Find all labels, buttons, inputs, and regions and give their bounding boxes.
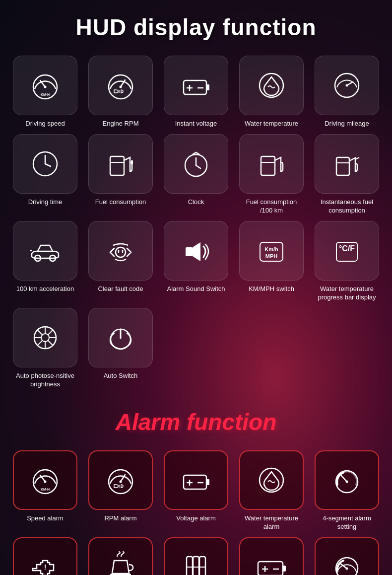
icon-cell-0: KM·HSpeed alarm xyxy=(10,450,80,531)
icon-label: Auto photose-nsitive brightness xyxy=(13,371,77,389)
icon-box-sound xyxy=(164,221,228,281)
icon-label: Speed alarm xyxy=(27,514,64,523)
icon-cell-12: Alarm Sound Switch xyxy=(161,221,231,302)
icon-label: Engine RPM xyxy=(103,119,139,128)
svg-text:°C/F: °C/F xyxy=(339,244,355,253)
icon-cell-7: Shift reminder xyxy=(161,537,231,575)
icon-label: Instant voltage xyxy=(175,119,217,128)
icon-box-clock2 xyxy=(164,134,228,194)
icon-box-power xyxy=(88,308,153,367)
icon-cell-5: !Clear fault code xyxy=(10,537,80,575)
icon-cell-8: Fuel consumption /100 km xyxy=(237,134,306,215)
icon-label: Driving mileage xyxy=(325,119,369,128)
svg-point-60 xyxy=(120,480,122,483)
svg-text:!: ! xyxy=(44,563,47,571)
icon-cell-2: Instant voltage xyxy=(161,56,231,128)
icon-cell-8: Voltage alarm setting xyxy=(237,537,306,575)
svg-rect-62 xyxy=(206,479,209,485)
icon-label: Fuel consumption /100 km xyxy=(239,198,304,215)
svg-line-48 xyxy=(38,330,43,335)
icon-box-gauge-single xyxy=(315,537,379,575)
icon-cell-9: Single segment alarm setting xyxy=(312,537,382,575)
icon-box-shift xyxy=(164,537,228,575)
icon-box-gauge-seg xyxy=(315,450,379,510)
icon-label: 100 km acceleration xyxy=(16,285,74,293)
svg-point-15 xyxy=(346,84,348,87)
svg-point-69 xyxy=(346,480,348,483)
icon-label: Water temperature alarm xyxy=(239,514,304,531)
icon-box-battery xyxy=(164,450,228,510)
icon-box-fuel2 xyxy=(239,134,304,194)
icon-cell-16: Auto Switch xyxy=(86,308,155,389)
svg-line-50 xyxy=(48,330,53,335)
alarm-title: Alarm function xyxy=(0,394,392,445)
icon-cell-4: 4-segment alarm setting xyxy=(312,450,382,531)
icon-cell-4: Driving mileage xyxy=(312,56,382,128)
icon-box-clock-time xyxy=(13,134,77,194)
icon-label: Driving speed xyxy=(25,119,65,128)
svg-point-81 xyxy=(336,558,358,575)
svg-rect-19 xyxy=(110,156,124,175)
icon-box-engine-fault: ! xyxy=(13,537,77,575)
icon-label: Voltage alarm xyxy=(176,514,216,523)
svg-rect-21 xyxy=(131,160,133,164)
icon-cell-11: Clear fault code xyxy=(86,221,155,302)
icon-cell-1: Engine RPM xyxy=(86,56,155,128)
icon-box-temp-bar: °C/F xyxy=(315,221,379,281)
svg-rect-77 xyxy=(283,566,286,572)
svg-rect-27 xyxy=(336,157,349,175)
page-title: HUD display function xyxy=(0,0,392,51)
icon-cell-0: KM·HDriving speed xyxy=(10,56,80,128)
svg-rect-8 xyxy=(206,84,209,90)
icon-cell-3: Water temperature xyxy=(237,56,306,128)
icon-cell-5: Driving time xyxy=(10,134,80,215)
icon-box-battery2 xyxy=(239,537,304,575)
icon-cell-6: Fuel consumption xyxy=(86,134,155,215)
icon-box-coffee xyxy=(88,537,153,575)
svg-point-33 xyxy=(116,247,126,257)
icon-label: Water temperature xyxy=(245,119,298,128)
svg-line-51 xyxy=(38,340,43,345)
svg-rect-76 xyxy=(258,562,283,575)
icon-cell-2: Voltage alarm xyxy=(161,450,231,531)
icon-label: Driving time xyxy=(28,198,63,207)
svg-point-6 xyxy=(120,86,122,88)
svg-rect-72 xyxy=(187,557,193,575)
icon-box-battery xyxy=(164,56,228,115)
icon-label: KM/MPH switch xyxy=(249,285,294,293)
alarm-grid: KM·HSpeed alarmRPM alarmVoltage alarmWat… xyxy=(0,445,392,575)
svg-text:Km/h: Km/h xyxy=(264,246,278,252)
svg-rect-73 xyxy=(193,557,199,575)
icon-cell-15: Auto photose-nsitive brightness xyxy=(10,308,80,389)
svg-line-24 xyxy=(196,165,200,168)
icon-cell-1: RPM alarm xyxy=(86,450,155,531)
svg-text:MPH: MPH xyxy=(265,253,278,259)
svg-line-49 xyxy=(48,340,53,345)
svg-rect-74 xyxy=(199,557,205,575)
svg-text:KM·H: KM·H xyxy=(41,93,50,96)
icon-box-fault xyxy=(88,221,153,281)
icon-cell-6: Fatigue driving xyxy=(86,537,155,575)
icon-box-water-temp xyxy=(239,56,304,115)
icon-box-fuel xyxy=(88,134,153,194)
icon-label: Water temperature progress bar display xyxy=(315,285,379,302)
icon-box-kmph: Km/hMPH xyxy=(239,221,304,281)
icon-label: Fuel consumption xyxy=(95,198,146,207)
svg-text:KM·H: KM·H xyxy=(41,488,50,491)
svg-line-18 xyxy=(45,164,51,166)
icon-label: Instantaneous fuel consumption xyxy=(315,198,379,215)
svg-rect-25 xyxy=(261,156,275,175)
icon-box-aperture xyxy=(13,308,77,367)
svg-point-2 xyxy=(44,86,47,88)
icon-cell-7: Clock xyxy=(161,134,231,215)
icon-box-speedometer: KM·H xyxy=(13,450,77,510)
icon-label: Clear fault code xyxy=(98,285,143,293)
icon-box-mileage xyxy=(315,56,379,115)
icon-cell-14: °C/FWater temperature progress bar displ… xyxy=(312,221,382,302)
svg-point-56 xyxy=(44,480,47,483)
icon-cell-9: Instantaneous fuel consumption xyxy=(312,134,382,215)
svg-point-83 xyxy=(346,567,348,570)
icon-label: Alarm Sound Switch xyxy=(167,285,225,293)
icon-box-speedometer: KM·H xyxy=(13,56,77,115)
icon-box-water-temp xyxy=(239,450,304,510)
